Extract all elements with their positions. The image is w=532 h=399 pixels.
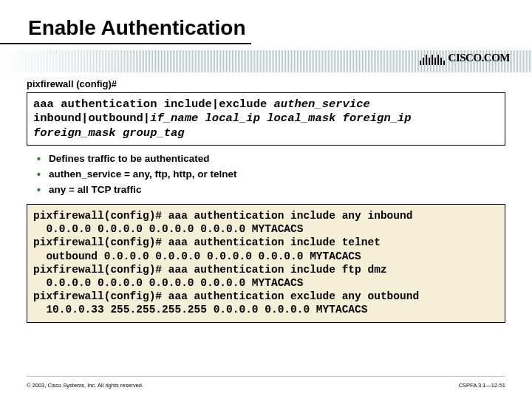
slide-number: CSPFA 3.1—12-51 <box>459 382 505 389</box>
bullet-item: Defines traffic to be authenticated <box>37 153 505 164</box>
header-band: CISCO.COM <box>0 50 532 75</box>
syntax-line-1: aaa authentication include|exclude authe… <box>33 98 499 112</box>
logo-text: CISCO.COM <box>449 52 510 64</box>
syntax-line-2: inbound|outbound|if_name local_ip local_… <box>33 112 499 126</box>
example-box: pixfirewall(config)# aaa authentication … <box>27 204 505 323</box>
cisco-bars-icon <box>419 52 446 65</box>
bullet-item: authen_service = any, ftp, http, or teln… <box>37 168 505 180</box>
syntax-arg: if_name local_ip local_mask foreign_ip <box>150 112 411 125</box>
syntax-cmd: aaa authentication include|exclude <box>33 98 274 111</box>
cisco-logo: CISCO.COM <box>419 52 510 65</box>
syntax-box: aaa authentication include|exclude authe… <box>27 92 505 146</box>
syntax-arg: foreign_mask group_tag <box>33 126 185 140</box>
syntax-arg: authen_service <box>274 98 370 111</box>
syntax-line-3: foreign_mask group_tag <box>33 126 499 140</box>
syntax-cmd: inbound|outbound| <box>33 112 150 125</box>
page-title: Enable Authentication <box>0 0 251 44</box>
bullet-list: Defines traffic to be authenticated auth… <box>37 153 505 195</box>
config-prompt: pixfirewall (config)# <box>27 78 505 89</box>
bullet-item: any = all TCP traffic <box>37 184 505 195</box>
copyright: © 2003, Cisco Systems, Inc. All rights r… <box>27 382 143 389</box>
slide: Enable Authentication CISCO.COM pixfirew… <box>0 0 532 399</box>
title-wrap: Enable Authentication <box>0 0 532 44</box>
footer: © 2003, Cisco Systems, Inc. All rights r… <box>0 382 532 389</box>
footer-divider <box>27 376 505 377</box>
content-area: pixfirewall (config)# aaa authentication… <box>0 78 532 323</box>
